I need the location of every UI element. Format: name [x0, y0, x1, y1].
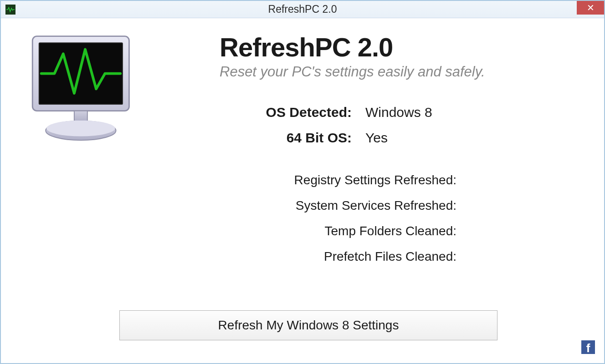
arch-label: 64 Bit OS: — [238, 130, 365, 146]
status-list: Registry Settings Refreshed: System Serv… — [238, 173, 456, 275]
window-title: RefreshPC 2.0 — [268, 3, 337, 15]
facebook-icon: f — [586, 342, 590, 354]
arch-row: 64 Bit OS: Yes — [238, 130, 432, 146]
arch-value: Yes — [365, 130, 388, 146]
close-button[interactable]: ✕ — [577, 1, 604, 15]
app-window: RefreshPC 2.0 ✕ — [0, 0, 605, 364]
monitor-pulse-icon — [24, 32, 147, 155]
os-detected-value: Windows 8 — [365, 105, 432, 120]
facebook-link[interactable]: f — [581, 340, 595, 354]
app-heading: RefreshPC 2.0 — [220, 32, 393, 62]
refresh-button[interactable]: Refresh My Windows 8 Settings — [119, 310, 497, 340]
content-area: RefreshPC 2.0 Reset your PC's settings e… — [1, 18, 604, 363]
os-detected-row: OS Detected: Windows 8 — [238, 105, 432, 120]
status-registry: Registry Settings Refreshed: — [238, 173, 456, 187]
status-prefetch: Prefetch Files Cleaned: — [238, 249, 456, 264]
svg-point-4 — [46, 121, 115, 136]
status-temp: Temp Folders Cleaned: — [238, 224, 456, 238]
close-icon: ✕ — [587, 2, 595, 13]
status-services: System Services Refreshed: — [238, 198, 456, 213]
svg-rect-2 — [74, 111, 87, 122]
titlebar: RefreshPC 2.0 ✕ — [1, 1, 604, 18]
system-info: OS Detected: Windows 8 64 Bit OS: Yes — [238, 105, 432, 156]
app-tagline: Reset your PC's settings easily and safe… — [220, 64, 485, 80]
os-detected-label: OS Detected: — [238, 105, 365, 120]
app-icon — [5, 5, 15, 15]
